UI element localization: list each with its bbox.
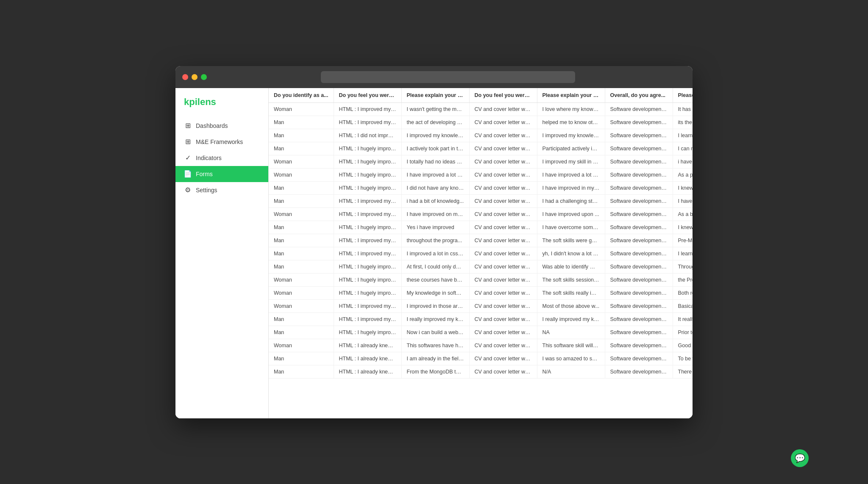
settings-icon: ⚙ <box>184 186 192 194</box>
table-cell-11-3: CV and cover letter writ... <box>469 247 537 260</box>
table-cell-5-2: I have improved a lot as... <box>401 168 469 181</box>
table-cell-7-2: i had a bit of knowledg... <box>401 194 469 207</box>
titlebar <box>175 66 693 88</box>
table-cell-7-5: Software development ... <box>605 194 673 207</box>
table-cell-4-0: Woman <box>269 155 334 168</box>
table-row: WomanHTML : I hugely improv...these cour… <box>269 273 693 286</box>
table-cell-5-6: As a person with zero k... <box>673 168 693 181</box>
table-cell-4-3: CV and cover letter writ... <box>469 155 537 168</box>
table-cell-5-0: Woman <box>269 168 334 181</box>
close-button[interactable] <box>182 74 188 80</box>
table-cell-19-1: HTML : I already knew t... <box>334 352 401 365</box>
sidebar-item-mne[interactable]: ⊞ M&E Frameworks <box>175 134 268 150</box>
table-cell-6-6: I knew nothing about a... <box>673 181 693 194</box>
table-cell-13-0: Woman <box>269 273 334 286</box>
table-cell-18-4: This software skill will h... <box>537 339 605 352</box>
table-cell-0-1: HTML : I improved my k... <box>334 102 401 116</box>
table-cell-9-0: Man <box>269 221 334 234</box>
table-cell-12-0: Man <box>269 260 334 273</box>
table-cell-10-2: throughout the progra... <box>401 234 469 247</box>
table-cell-1-0: Man <box>269 116 334 129</box>
logo-prefix: kpi <box>184 97 198 107</box>
table-row: ManHTML : I already knew t...From the Mo… <box>269 365 693 378</box>
table-cell-15-0: Woman <box>269 299 334 313</box>
table-cell-6-3: CV and cover letter writ... <box>469 181 537 194</box>
table-cell-6-5: Software development ... <box>605 181 673 194</box>
table-cell-19-0: Man <box>269 352 334 365</box>
table-row: WomanHTML : I hugely improv...I have imp… <box>269 168 693 181</box>
table-cell-10-4: The soft skills were goo... <box>537 234 605 247</box>
table-cell-2-5: Software development ... <box>605 129 673 142</box>
table-row: WomanHTML : I hugely improv...I totally … <box>269 155 693 168</box>
table-cell-14-1: HTML : I hugely improv... <box>334 286 401 299</box>
col-header-4: Please explain your a... <box>537 88 605 103</box>
chat-icon: 💬 <box>795 453 805 463</box>
table-cell-11-5: Software development ... <box>605 247 673 260</box>
col-header-5: Overall, do you agre... <box>605 88 673 103</box>
table-cell-3-6: I can now develop a we... <box>673 142 693 155</box>
table-cell-12-6: Through Pre-Mest I go ... <box>673 260 693 273</box>
table-cell-4-2: I totally had no ideas of... <box>401 155 469 168</box>
table-cell-9-2: Yes i have improved <box>401 221 469 234</box>
table-cell-5-1: HTML : I hugely improv... <box>334 168 401 181</box>
table-cell-7-4: I had a challenging star... <box>537 194 605 207</box>
table-row: WomanHTML : I improved my k...I wasn't g… <box>269 102 693 116</box>
table-row: WomanHTML : I hugely improv...My knowled… <box>269 286 693 299</box>
table-cell-18-0: Woman <box>269 339 334 352</box>
col-header-2: Please explain your a... <box>401 88 469 103</box>
table-cell-2-3: CV and cover letter writ... <box>469 129 537 142</box>
table-row: ManHTML : I already knew t...I am alread… <box>269 352 693 365</box>
table-cell-13-5: Software development ... <box>605 273 673 286</box>
maximize-button[interactable] <box>201 74 207 80</box>
table-cell-3-3: CV and cover letter writ... <box>469 142 537 155</box>
table-cell-14-3: CV and cover letter writ... <box>469 286 537 299</box>
table-cell-4-5: Software development ... <box>605 155 673 168</box>
table-cell-16-1: HTML : I improved my k... <box>334 313 401 326</box>
table-row: ManHTML : I hugely improv...Now i can bu… <box>269 326 693 339</box>
table-cell-11-6: I learnt a lot from both t... <box>673 247 693 260</box>
table-cell-2-1: HTML : I did not improv... <box>334 129 401 142</box>
table-cell-8-0: Woman <box>269 207 334 221</box>
table-row: ManHTML : I hugely improv...Yes i have i… <box>269 221 693 234</box>
table-cell-19-5: Software development ... <box>605 352 673 365</box>
table-row: ManHTML : I hugely improv...At first, I … <box>269 260 693 273</box>
table-cell-15-4: Most of those above w... <box>537 299 605 313</box>
table-row: ManHTML : I did not improv...I improved … <box>269 129 693 142</box>
table-cell-19-6: To be faithful, this has ... <box>673 352 693 365</box>
sidebar-item-settings[interactable]: ⚙ Settings <box>175 182 268 198</box>
table-cell-16-3: CV and cover letter writ... <box>469 313 537 326</box>
sidebar-label-indicators: Indicators <box>196 155 222 161</box>
data-table: Do you identify as a... Do you feel you … <box>269 88 693 379</box>
sidebar-item-indicators[interactable]: ✓ Indicators <box>175 150 268 166</box>
sidebar-label-forms: Forms <box>196 171 213 177</box>
sidebar-item-forms[interactable]: 📄 Forms <box>175 166 268 182</box>
table-cell-11-4: yh, I didn't know a lot a... <box>537 247 605 260</box>
table-cell-8-1: HTML : I improved my k... <box>334 207 401 221</box>
sidebar-label-settings: Settings <box>196 187 217 194</box>
table-cell-2-6: I learnt a lot in the Pre-... <box>673 129 693 142</box>
table-cell-8-4: I have improved upon ... <box>537 207 605 221</box>
table-cell-12-4: Was able to identify my... <box>537 260 605 273</box>
main-content[interactable]: Do you identify as a... Do you feel you … <box>269 88 693 418</box>
minimize-button[interactable] <box>192 74 198 80</box>
table-cell-17-0: Man <box>269 326 334 339</box>
col-header-6: Please explain your a...▼ <box>673 88 693 103</box>
table-cell-20-5: Software development ... <box>605 365 673 378</box>
table-cell-0-6: It has because they gav... <box>673 102 693 116</box>
table-cell-15-6: Basically we've had the... <box>673 299 693 313</box>
sidebar-item-dashboards[interactable]: ⊞ Dashboards <box>175 118 268 134</box>
table-cell-18-1: HTML : I already knew t... <box>334 339 401 352</box>
table-row: ManHTML : I hugely improv...I actively t… <box>269 142 693 155</box>
table-cell-19-3: CV and cover letter writ... <box>469 352 537 365</box>
table-cell-4-6: i have been adequately ... <box>673 155 693 168</box>
table-cell-13-6: the Pre_MEST program... <box>673 273 693 286</box>
app-window: kpilens ⊞ Dashboards ⊞ M&E Frameworks ✓ … <box>175 66 693 418</box>
table-cell-6-4: I have improved in my s... <box>537 181 605 194</box>
table-cell-5-4: I have improved a lot o... <box>537 168 605 181</box>
col-header-1: Do you feel you were... <box>334 88 401 103</box>
table-cell-7-3: CV and cover letter writ... <box>469 194 537 207</box>
table-cell-1-2: the act of developing a... <box>401 116 469 129</box>
table-cell-9-3: CV and cover letter writ... <box>469 221 537 234</box>
table-cell-14-5: Software development ... <box>605 286 673 299</box>
chat-button[interactable]: 💬 <box>791 449 809 467</box>
